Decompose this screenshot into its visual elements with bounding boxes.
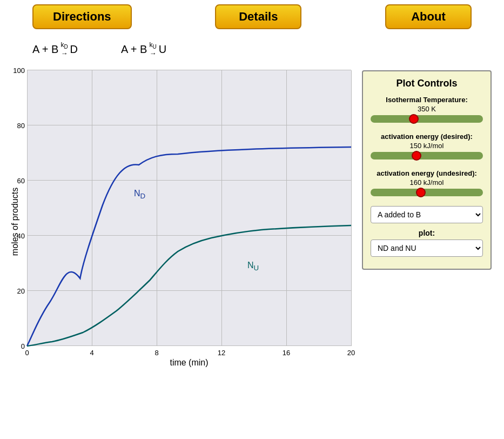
x-tick-8: 8 [154, 349, 158, 357]
chart-area: moles of products 0 20 40 60 80 [5, 65, 351, 378]
x-tick-4: 4 [90, 349, 93, 357]
equation-2: A + B kU → U [121, 42, 166, 57]
act-undesired-slider-wrap [371, 189, 483, 198]
act-desired-slider[interactable] [371, 152, 483, 159]
eq2-arrow-symbol: → [150, 50, 157, 57]
x-tick-16: 16 [283, 349, 290, 357]
x-tick-12: 12 [218, 349, 225, 357]
equation-1: A + B kD → D [32, 42, 78, 57]
eq2-arrow: kU → [149, 42, 156, 57]
plot-select[interactable]: ND and NU ND only NU only Selectivity [371, 240, 483, 257]
eq1-reactants: A + B [32, 43, 58, 56]
equations-area: A + B kD → D A + B kU → U [0, 34, 504, 65]
directions-button[interactable]: Directions [32, 4, 132, 29]
addition-mode-select[interactable]: A added to B B added to A Semibatch [371, 206, 483, 223]
y-tick-20: 20 [17, 287, 27, 295]
about-button[interactable]: About [385, 4, 472, 29]
eq1-arrow: kD → [61, 42, 68, 57]
act-undesired-slider[interactable] [371, 189, 483, 196]
x-axis-label: time (min) [27, 358, 351, 368]
eq2-product: U [159, 43, 166, 56]
controls-title: Plot Controls [371, 78, 483, 89]
iso-temp-slider-wrap [371, 115, 483, 125]
act-desired-value: 150 kJ/mol [371, 142, 483, 150]
y-tick-100: 100 [13, 66, 27, 75]
eq2-k-label: kU [149, 42, 156, 50]
header: Directions Details About [0, 0, 504, 34]
iso-temp-label: Isothermal Temperature: [371, 96, 483, 104]
nu-curve [27, 225, 351, 346]
iso-temp-slider[interactable] [371, 115, 483, 123]
y-axis-label: moles of products [10, 188, 20, 256]
chart-container: moles of products 0 20 40 60 80 [0, 65, 504, 378]
act-desired-label: activation energy (desired): [371, 132, 483, 141]
act-undesired-label: activation energy (undesired): [371, 169, 483, 177]
eq2-reactants: A + B [121, 43, 147, 56]
y-tick-60: 60 [17, 177, 27, 185]
act-desired-slider-wrap [371, 152, 483, 162]
chart-plot-area: 0 20 40 60 80 100 0 4 8 12 16 20 [27, 70, 351, 346]
x-tick-0: 0 [25, 349, 29, 357]
y-tick-80: 80 [17, 122, 27, 130]
grid-v-20 [351, 70, 352, 346]
plot-label: plot: [371, 229, 483, 237]
x-tick-20: 20 [347, 349, 355, 357]
y-tick-40: 40 [17, 232, 27, 240]
nd-curve [27, 147, 351, 346]
eq1-product: D [70, 43, 78, 56]
eq1-k-label: kD [61, 42, 68, 50]
chart-svg [27, 70, 351, 346]
details-button[interactable]: Details [215, 4, 301, 29]
act-undesired-value: 160 kJ/mol [371, 178, 483, 187]
eq1-arrow-symbol: → [61, 50, 68, 57]
iso-temp-value: 350 K [371, 105, 483, 113]
controls-panel: Plot Controls Isothermal Temperature: 35… [362, 70, 492, 270]
